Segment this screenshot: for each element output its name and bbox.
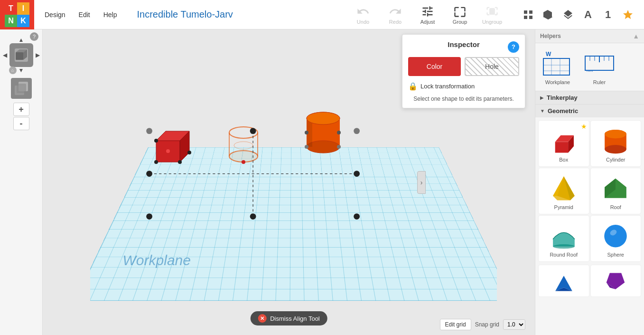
svg-text:W: W bbox=[546, 51, 551, 57]
svg-text:mm: mm bbox=[587, 68, 593, 73]
ungroup-button[interactable]: Ungroup bbox=[477, 2, 507, 28]
cylinder-label: Cylinder bbox=[606, 157, 625, 163]
collapse-right-button[interactable]: ▲ bbox=[633, 32, 639, 40]
ruler-label: Ruler bbox=[593, 79, 606, 85]
sphere-label: Sphere bbox=[607, 252, 624, 258]
letter-a-btn[interactable]: A bbox=[579, 6, 597, 23]
ghost-cylinder-shape[interactable] bbox=[224, 124, 258, 162]
nav-design[interactable]: Design bbox=[38, 0, 72, 29]
box-shape[interactable] bbox=[151, 124, 189, 162]
tinkerplay-section-header[interactable]: ▶ Tinkerplay bbox=[535, 91, 644, 104]
svg-rect-5 bbox=[17, 84, 26, 93]
inspector-hint: Select one shape to edit its parameters. bbox=[408, 96, 519, 102]
tinkerplay-arrow: ▶ bbox=[540, 95, 544, 100]
svg-point-26 bbox=[305, 131, 308, 134]
shapes-grid: ★ Box Cylinder Pyra bbox=[535, 117, 644, 265]
tinkerplay-title: Tinkerplay bbox=[547, 94, 578, 101]
lock-icon: 🔒 bbox=[408, 82, 418, 91]
svg-point-24 bbox=[307, 112, 340, 124]
svg-point-38 bbox=[354, 128, 360, 134]
redo-button[interactable]: Redo bbox=[380, 2, 411, 28]
group-label: Group bbox=[453, 19, 467, 25]
svg-rect-0 bbox=[16, 52, 23, 60]
svg-point-9 bbox=[154, 160, 158, 164]
snap-grid-label: Snap grid bbox=[475, 321, 499, 328]
undo-button[interactable]: Undo bbox=[348, 2, 378, 28]
undo-label: Undo bbox=[357, 19, 369, 25]
home-button[interactable]: ⌂ bbox=[9, 67, 17, 74]
pyramid-shape-item[interactable]: Pyramid bbox=[538, 168, 589, 214]
svg-point-13 bbox=[166, 149, 170, 153]
geometric-arrow: ▼ bbox=[540, 108, 545, 114]
logo-cell-t: T bbox=[5, 2, 17, 15]
roof-shape-item[interactable]: Roof bbox=[590, 168, 642, 214]
workplane-label: Workplane bbox=[545, 79, 570, 85]
star-icon-btn[interactable] bbox=[619, 6, 636, 23]
svg-point-14 bbox=[229, 127, 258, 138]
edit-grid-button[interactable]: Edit grid bbox=[440, 319, 471, 330]
box-label: Box bbox=[559, 157, 568, 163]
dismiss-x-icon: ✕ bbox=[258, 314, 266, 323]
lock-row: 🔒 Lock transformation bbox=[408, 82, 519, 91]
dismiss-label: Dismiss Align Tool bbox=[270, 315, 320, 322]
canvas-area[interactable]: Inspector ? Color Hole 🔒 Lock transforma… bbox=[43, 29, 535, 335]
round-roof-shape-item[interactable]: Round Roof bbox=[538, 215, 589, 262]
svg-marker-56 bbox=[555, 142, 568, 153]
dismiss-align-bar[interactable]: ✕ Dismiss Align Tool bbox=[250, 311, 327, 325]
svg-point-18 bbox=[234, 142, 253, 149]
inspector-help-button[interactable]: ? bbox=[508, 41, 519, 53]
group-button[interactable]: Group bbox=[445, 2, 475, 28]
cube-icon-btn[interactable] bbox=[540, 6, 557, 23]
nav-help[interactable]: Help bbox=[97, 0, 124, 29]
adjust-label: Adjust bbox=[420, 19, 435, 25]
cylinder-shape-item[interactable]: Cylinder bbox=[590, 120, 642, 167]
zoom-in-button[interactable]: + bbox=[13, 103, 29, 116]
view-cube-btn[interactable] bbox=[11, 78, 32, 99]
svg-point-12 bbox=[187, 151, 191, 154]
ruler-helper[interactable]: mm Ruler bbox=[579, 45, 620, 89]
color-button[interactable]: Color bbox=[408, 57, 461, 76]
logo-cell-n: N bbox=[5, 15, 17, 27]
pyramid-label: Pyramid bbox=[554, 204, 573, 210]
collapse-panel-button[interactable]: › bbox=[417, 171, 426, 194]
helpers-title: Helpers bbox=[540, 33, 561, 39]
box-shape-item[interactable]: ★ Box bbox=[538, 120, 589, 167]
shape-item-7[interactable] bbox=[538, 265, 589, 297]
bottom-bar: Edit grid Snap grid 1.0 0.5 0.1 bbox=[440, 319, 525, 330]
ungroup-label: Ungroup bbox=[482, 19, 502, 25]
shape-item-8[interactable] bbox=[590, 265, 642, 297]
workplane-helper[interactable]: W Workplane bbox=[537, 45, 578, 89]
number-1-btn[interactable]: 1 bbox=[599, 6, 616, 23]
inspector-buttons: Color Hole bbox=[408, 57, 519, 76]
adjust-button[interactable]: Adjust bbox=[412, 2, 443, 28]
right-panel: Helpers ▲ W Workpl bbox=[535, 29, 644, 335]
right-panel-header: Helpers ▲ bbox=[535, 29, 644, 43]
lock-text: Lock transformation bbox=[420, 83, 475, 90]
left-panel: ? ▲ ▼ ◀ ▶ bbox=[0, 29, 43, 335]
layers-icon-btn[interactable] bbox=[560, 6, 577, 23]
toolbar-center: Undo Redo Adjust Group Ungroup bbox=[343, 2, 512, 28]
svg-point-11 bbox=[154, 139, 158, 143]
inspector-title: Inspector bbox=[448, 40, 480, 48]
toolbar-right: A 1 bbox=[512, 6, 644, 23]
helpers-row: W Workplane mm bbox=[535, 43, 644, 91]
inspector-panel: Inspector ? Color Hole 🔒 Lock transforma… bbox=[402, 34, 525, 108]
logo-cell-i: I bbox=[17, 2, 29, 15]
grid-icon-btn[interactable] bbox=[520, 6, 537, 23]
hole-button[interactable]: Hole bbox=[465, 57, 519, 76]
logo-cell-k: K bbox=[17, 15, 29, 27]
svg-point-70 bbox=[604, 225, 627, 248]
sphere-shape-item[interactable]: Sphere bbox=[590, 215, 642, 262]
zoom-out-button[interactable]: - bbox=[13, 117, 29, 130]
project-title: Incredible Tumelo-Jarv bbox=[137, 9, 334, 20]
zoom-controls: + - bbox=[13, 103, 29, 130]
svg-point-10 bbox=[178, 160, 182, 164]
nav-edit[interactable]: Edit bbox=[72, 0, 97, 29]
title-area: Incredible Tumelo-Jarv bbox=[128, 9, 343, 20]
snap-grid-select[interactable]: 1.0 0.5 0.1 bbox=[503, 319, 525, 330]
cylinder-shape[interactable] bbox=[302, 109, 340, 152]
main: ? ▲ ▼ ◀ ▶ bbox=[0, 29, 644, 335]
svg-point-61 bbox=[605, 145, 626, 153]
nav-cube[interactable]: ▲ ▼ ◀ ▶ ⌂ bbox=[5, 39, 37, 71]
geometric-section-header[interactable]: ▼ Geometric bbox=[535, 104, 644, 117]
